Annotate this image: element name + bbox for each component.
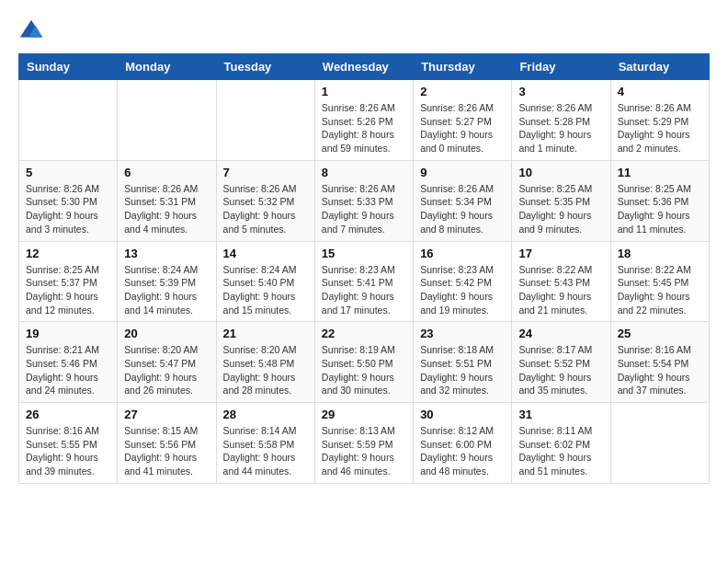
day-number: 28	[223, 408, 308, 421]
page-header	[18, 18, 710, 44]
day-header-friday: Friday	[512, 54, 610, 80]
day-info: Sunrise: 8:16 AMSunset: 5:55 PMDaylight:…	[26, 424, 110, 478]
day-number: 11	[618, 166, 702, 179]
calendar-cell	[19, 80, 118, 161]
day-info: Sunrise: 8:22 AMSunset: 5:45 PMDaylight:…	[618, 263, 702, 317]
calendar-cell: 10Sunrise: 8:25 AMSunset: 5:35 PMDayligh…	[512, 160, 610, 241]
day-number: 1	[322, 85, 406, 98]
calendar-cell	[118, 80, 216, 161]
calendar-cell: 15Sunrise: 8:23 AMSunset: 5:41 PMDayligh…	[314, 241, 413, 322]
day-info: Sunrise: 8:26 AMSunset: 5:31 PMDaylight:…	[124, 182, 209, 236]
calendar-week-4: 19Sunrise: 8:21 AMSunset: 5:46 PMDayligh…	[19, 322, 710, 403]
day-info: Sunrise: 8:18 AMSunset: 5:51 PMDaylight:…	[420, 343, 505, 397]
calendar-cell: 2Sunrise: 8:26 AMSunset: 5:27 PMDaylight…	[414, 80, 512, 161]
day-info: Sunrise: 8:21 AMSunset: 5:46 PMDaylight:…	[26, 343, 110, 397]
day-number: 15	[322, 247, 406, 260]
day-header-saturday: Saturday	[610, 54, 709, 80]
calendar-cell: 5Sunrise: 8:26 AMSunset: 5:30 PMDaylight…	[19, 160, 118, 241]
day-info: Sunrise: 8:16 AMSunset: 5:54 PMDaylight:…	[618, 343, 702, 397]
day-number: 14	[223, 247, 308, 260]
day-info: Sunrise: 8:23 AMSunset: 5:42 PMDaylight:…	[420, 263, 505, 317]
calendar-cell: 26Sunrise: 8:16 AMSunset: 5:55 PMDayligh…	[19, 403, 118, 484]
day-number: 13	[124, 247, 209, 260]
day-number: 12	[26, 247, 110, 260]
day-info: Sunrise: 8:26 AMSunset: 5:33 PMDaylight:…	[322, 182, 406, 236]
day-info: Sunrise: 8:25 AMSunset: 5:37 PMDaylight:…	[26, 263, 110, 317]
day-info: Sunrise: 8:26 AMSunset: 5:34 PMDaylight:…	[420, 182, 505, 236]
calendar-week-5: 26Sunrise: 8:16 AMSunset: 5:55 PMDayligh…	[19, 403, 710, 484]
day-header-thursday: Thursday	[414, 54, 512, 80]
day-info: Sunrise: 8:19 AMSunset: 5:50 PMDaylight:…	[322, 343, 406, 397]
day-info: Sunrise: 8:23 AMSunset: 5:41 PMDaylight:…	[322, 263, 406, 317]
calendar-cell: 7Sunrise: 8:26 AMSunset: 5:32 PMDaylight…	[216, 160, 314, 241]
day-header-sunday: Sunday	[19, 54, 118, 80]
calendar-cell: 14Sunrise: 8:24 AMSunset: 5:40 PMDayligh…	[216, 241, 314, 322]
day-number: 10	[518, 166, 603, 179]
day-info: Sunrise: 8:11 AMSunset: 6:02 PMDaylight:…	[518, 424, 603, 478]
day-info: Sunrise: 8:20 AMSunset: 5:47 PMDaylight:…	[124, 343, 209, 397]
day-number: 29	[322, 408, 406, 421]
calendar-header-row: SundayMondayTuesdayWednesdayThursdayFrid…	[19, 54, 710, 80]
calendar-cell: 30Sunrise: 8:12 AMSunset: 6:00 PMDayligh…	[414, 403, 512, 484]
day-number: 3	[518, 85, 603, 98]
calendar-cell: 29Sunrise: 8:13 AMSunset: 5:59 PMDayligh…	[314, 403, 413, 484]
day-number: 27	[124, 408, 209, 421]
day-number: 16	[420, 247, 505, 260]
day-number: 17	[518, 247, 603, 260]
day-number: 24	[518, 327, 603, 340]
day-number: 19	[26, 327, 110, 340]
day-header-wednesday: Wednesday	[314, 54, 413, 80]
calendar-cell: 6Sunrise: 8:26 AMSunset: 5:31 PMDaylight…	[118, 160, 216, 241]
day-number: 9	[420, 166, 505, 179]
calendar-cell: 31Sunrise: 8:11 AMSunset: 6:02 PMDayligh…	[512, 403, 610, 484]
day-number: 30	[420, 408, 505, 421]
day-info: Sunrise: 8:26 AMSunset: 5:27 PMDaylight:…	[420, 101, 505, 155]
day-number: 23	[420, 327, 505, 340]
calendar-cell: 23Sunrise: 8:18 AMSunset: 5:51 PMDayligh…	[414, 322, 512, 403]
logo	[18, 18, 48, 44]
calendar-cell: 19Sunrise: 8:21 AMSunset: 5:46 PMDayligh…	[19, 322, 118, 403]
calendar: SundayMondayTuesdayWednesdayThursdayFrid…	[18, 53, 710, 484]
calendar-cell: 8Sunrise: 8:26 AMSunset: 5:33 PMDaylight…	[314, 160, 413, 241]
day-info: Sunrise: 8:14 AMSunset: 5:58 PMDaylight:…	[223, 424, 308, 478]
day-number: 25	[618, 327, 702, 340]
day-info: Sunrise: 8:26 AMSunset: 5:32 PMDaylight:…	[223, 182, 308, 236]
calendar-week-3: 12Sunrise: 8:25 AMSunset: 5:37 PMDayligh…	[19, 241, 710, 322]
day-number: 8	[322, 166, 406, 179]
day-number: 5	[26, 166, 110, 179]
logo-icon	[18, 18, 44, 44]
calendar-cell: 11Sunrise: 8:25 AMSunset: 5:36 PMDayligh…	[610, 160, 709, 241]
day-info: Sunrise: 8:24 AMSunset: 5:40 PMDaylight:…	[223, 263, 308, 317]
day-info: Sunrise: 8:17 AMSunset: 5:52 PMDaylight:…	[518, 343, 603, 397]
calendar-cell: 4Sunrise: 8:26 AMSunset: 5:29 PMDaylight…	[610, 80, 709, 161]
day-info: Sunrise: 8:26 AMSunset: 5:26 PMDaylight:…	[322, 101, 406, 155]
day-info: Sunrise: 8:25 AMSunset: 5:35 PMDaylight:…	[518, 182, 603, 236]
calendar-cell	[610, 403, 709, 484]
day-header-monday: Monday	[118, 54, 216, 80]
calendar-week-2: 5Sunrise: 8:26 AMSunset: 5:30 PMDaylight…	[19, 160, 710, 241]
calendar-cell: 1Sunrise: 8:26 AMSunset: 5:26 PMDaylight…	[314, 80, 413, 161]
calendar-cell: 21Sunrise: 8:20 AMSunset: 5:48 PMDayligh…	[216, 322, 314, 403]
calendar-cell: 16Sunrise: 8:23 AMSunset: 5:42 PMDayligh…	[414, 241, 512, 322]
day-info: Sunrise: 8:12 AMSunset: 6:00 PMDaylight:…	[420, 424, 505, 478]
calendar-cell: 20Sunrise: 8:20 AMSunset: 5:47 PMDayligh…	[118, 322, 216, 403]
calendar-cell: 22Sunrise: 8:19 AMSunset: 5:50 PMDayligh…	[314, 322, 413, 403]
day-info: Sunrise: 8:26 AMSunset: 5:28 PMDaylight:…	[518, 101, 603, 155]
day-info: Sunrise: 8:26 AMSunset: 5:30 PMDaylight:…	[26, 182, 110, 236]
day-number: 2	[420, 85, 505, 98]
day-info: Sunrise: 8:24 AMSunset: 5:39 PMDaylight:…	[124, 263, 209, 317]
calendar-week-1: 1Sunrise: 8:26 AMSunset: 5:26 PMDaylight…	[19, 80, 710, 161]
day-number: 18	[618, 247, 702, 260]
calendar-cell	[216, 80, 314, 161]
day-info: Sunrise: 8:13 AMSunset: 5:59 PMDaylight:…	[322, 424, 406, 478]
day-info: Sunrise: 8:15 AMSunset: 5:56 PMDaylight:…	[124, 424, 209, 478]
day-number: 7	[223, 166, 308, 179]
calendar-cell: 24Sunrise: 8:17 AMSunset: 5:52 PMDayligh…	[512, 322, 610, 403]
calendar-cell: 12Sunrise: 8:25 AMSunset: 5:37 PMDayligh…	[19, 241, 118, 322]
day-number: 22	[322, 327, 406, 340]
day-info: Sunrise: 8:25 AMSunset: 5:36 PMDaylight:…	[618, 182, 702, 236]
calendar-cell: 18Sunrise: 8:22 AMSunset: 5:45 PMDayligh…	[610, 241, 709, 322]
day-number: 21	[223, 327, 308, 340]
day-info: Sunrise: 8:26 AMSunset: 5:29 PMDaylight:…	[618, 101, 702, 155]
calendar-cell: 17Sunrise: 8:22 AMSunset: 5:43 PMDayligh…	[512, 241, 610, 322]
